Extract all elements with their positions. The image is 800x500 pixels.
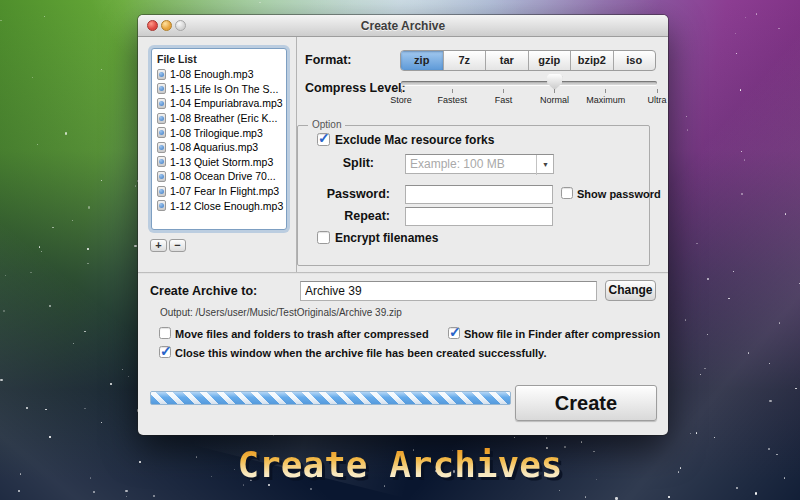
slider-stop-label: Fast — [495, 95, 513, 105]
exclude-forks-label: Exclude Mac resource forks — [335, 133, 494, 147]
file-list-item[interactable]: 1-15 Life Is On The S... — [152, 82, 286, 97]
tick-mark — [503, 89, 504, 93]
file-list-item[interactable]: 1-13 Quiet Storm.mp3 — [152, 155, 286, 170]
music-file-icon — [157, 200, 166, 211]
compress-slider-stops: Store Fastest Fast Normal Maximum Ultra — [401, 89, 657, 109]
file-name: 1-08 Aquarius.mp3 — [170, 141, 258, 153]
file-name: 1-04 Empuriabrava.mp3 — [170, 97, 283, 109]
show-in-finder-checkbox[interactable]: ✓ — [448, 327, 460, 339]
slider-stop-label: Normal — [540, 95, 569, 105]
repeat-input[interactable] — [405, 207, 553, 226]
file-list-item[interactable]: 1-08 Ocean Drive 70... — [152, 169, 286, 184]
file-name: 1-12 Close Enough.mp3 — [170, 200, 283, 212]
format-segmented-control: zip7ztargzipbzip2iso — [400, 50, 656, 71]
tick-mark — [554, 89, 555, 93]
remove-file-button[interactable]: − — [169, 239, 186, 252]
split-label: Split: — [288, 156, 374, 170]
change-button[interactable]: Change — [605, 280, 656, 301]
show-password-checkbox[interactable]: ✓ — [561, 187, 573, 199]
file-list-item[interactable]: 1-08 Trilogique.mp3 — [152, 125, 286, 140]
close-window-checkbox[interactable]: ✓ — [159, 346, 171, 358]
encrypt-filenames-checkbox[interactable]: ✓ — [317, 231, 330, 244]
music-file-icon — [157, 186, 166, 197]
compress-slider-thumb[interactable] — [547, 74, 562, 90]
file-name: 1-08 Ocean Drive 70... — [170, 170, 276, 182]
output-path: Output: /Users/user/Music/TestOriginals/… — [160, 307, 402, 318]
music-file-icon — [157, 171, 166, 182]
format-segment[interactable]: bzip2 — [570, 51, 613, 70]
slider-stop-label: Maximum — [586, 95, 625, 105]
add-file-button[interactable]: + — [150, 239, 167, 252]
password-label: Password: — [278, 187, 390, 201]
show-in-finder-label: Show file in Finder after compression — [464, 328, 660, 340]
file-name: 1-13 Quiet Storm.mp3 — [170, 156, 273, 168]
window-title: Create Archive — [138, 19, 668, 33]
section-divider — [138, 272, 668, 274]
check-icon: ✓ — [449, 324, 461, 340]
window-titlebar[interactable]: Create Archive — [138, 15, 668, 37]
file-list-item[interactable]: 1-04 Empuriabrava.mp3 — [152, 96, 286, 111]
file-name: 1-07 Fear In Flight.mp3 — [170, 185, 279, 197]
file-list-header: File List — [152, 49, 286, 67]
file-list-item[interactable]: 1-07 Fear In Flight.mp3 — [152, 184, 286, 199]
music-file-icon — [157, 113, 166, 124]
file-list-item[interactable]: 1-12 Close Enough.mp3 — [152, 198, 286, 213]
music-file-icon — [157, 156, 166, 167]
move-to-trash-label: Move files and folders to trash after co… — [175, 328, 429, 340]
format-segment[interactable]: gzip — [528, 51, 571, 70]
music-file-icon — [157, 98, 166, 109]
format-segment[interactable]: 7z — [443, 51, 486, 70]
repeat-label: Repeat: — [278, 209, 390, 223]
progress-bar — [150, 391, 511, 405]
create-archive-to-label: Create Archive to: — [150, 284, 257, 298]
file-list-item[interactable]: 1-08 Breather (Eric K... — [152, 111, 286, 126]
create-archive-window: Create Archive File List 1-08 Enough.mp3… — [138, 15, 668, 435]
create-button[interactable]: Create — [515, 385, 657, 421]
music-file-icon — [157, 127, 166, 138]
show-password-label: Show password — [577, 188, 661, 200]
file-list-item[interactable]: 1-08 Enough.mp3 — [152, 67, 286, 82]
music-file-icon — [157, 142, 166, 153]
file-list-items: 1-08 Enough.mp3 1-15 Life Is On The S...… — [152, 67, 286, 213]
tick-mark — [657, 89, 658, 93]
close-window-label: Close this window when the archive file … — [175, 347, 546, 359]
desktop-wallpaper: Create Archive File List 1-08 Enough.mp3… — [0, 0, 800, 500]
move-to-trash-checkbox[interactable]: ✓ — [159, 327, 171, 339]
split-input[interactable] — [405, 154, 554, 174]
slider-stop-label: Store — [390, 95, 412, 105]
file-name: 1-08 Trilogique.mp3 — [170, 127, 263, 139]
tick-mark — [605, 89, 606, 93]
slider-stop-label: Ultra — [647, 95, 666, 105]
file-list[interactable]: File List 1-08 Enough.mp3 1-15 Life Is O… — [151, 48, 287, 230]
tick-mark — [401, 89, 402, 93]
compress-level-label: Compress Level: — [305, 81, 406, 95]
file-list-item[interactable]: 1-08 Aquarius.mp3 — [152, 140, 286, 155]
music-file-icon — [157, 69, 166, 80]
music-file-icon — [157, 83, 166, 94]
format-segment[interactable]: tar — [485, 51, 528, 70]
slider-stop-label: Fastest — [437, 95, 467, 105]
tick-mark — [452, 89, 453, 93]
compress-slider-track[interactable] — [401, 81, 657, 85]
check-icon: ✓ — [160, 343, 172, 359]
exclude-forks-checkbox[interactable]: ✓ — [317, 133, 330, 146]
split-dropdown-arrow-icon[interactable]: ▼ — [536, 155, 554, 175]
format-segment[interactable]: iso — [613, 51, 656, 70]
file-name: 1-15 Life Is On The S... — [170, 83, 278, 95]
encrypt-filenames-label: Encrypt filenames — [335, 231, 438, 245]
file-name: 1-08 Enough.mp3 — [170, 68, 253, 80]
caption-text: Create Archives — [0, 444, 800, 485]
archive-name-input[interactable] — [300, 281, 597, 301]
format-segment[interactable]: zip — [401, 51, 443, 70]
format-label: Format: — [305, 53, 352, 67]
password-input[interactable] — [405, 185, 553, 204]
file-name: 1-08 Breather (Eric K... — [170, 112, 277, 124]
option-group-legend: Option — [308, 119, 345, 130]
check-icon: ✓ — [318, 130, 330, 146]
